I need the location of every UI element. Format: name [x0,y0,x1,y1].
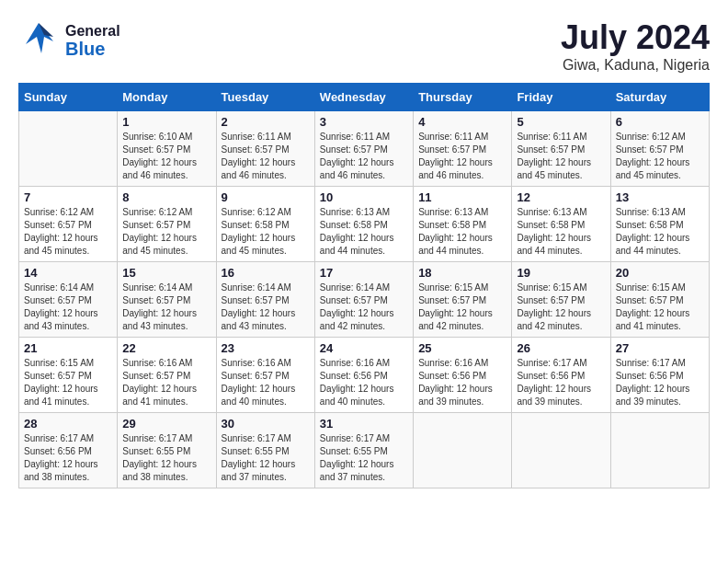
weekday-header-monday: Monday [118,84,216,111]
calendar-cell: 30Sunrise: 6:17 AMSunset: 6:55 PMDayligh… [216,413,314,488]
weekday-header-friday: Friday [512,84,610,111]
calendar-cell [19,111,118,187]
calendar-cell: 8Sunrise: 6:12 AMSunset: 6:57 PMDaylight… [118,187,216,262]
title-block: July 2024 Giwa, Kaduna, Nigeria [561,18,710,74]
day-info: Sunrise: 6:16 AMSunset: 6:56 PMDaylight:… [320,357,408,408]
day-info: Sunrise: 6:15 AMSunset: 6:57 PMDaylight:… [24,357,112,408]
day-info: Sunrise: 6:17 AMSunset: 6:55 PMDaylight:… [122,432,210,484]
calendar-week-row: 7Sunrise: 6:12 AMSunset: 6:57 PMDaylight… [19,187,710,262]
calendar-cell: 27Sunrise: 6:17 AMSunset: 6:56 PMDayligh… [610,338,709,413]
day-number: 2 [222,115,310,129]
calendar-cell: 14Sunrise: 6:14 AMSunset: 6:57 PMDayligh… [19,262,118,338]
day-number: 25 [418,341,506,355]
calendar-cell: 13Sunrise: 6:13 AMSunset: 6:58 PMDayligh… [610,187,709,262]
calendar-week-row: 1Sunrise: 6:10 AMSunset: 6:57 PMDaylight… [19,111,710,187]
day-number: 15 [122,266,210,280]
day-number: 12 [517,190,605,204]
day-info: Sunrise: 6:16 AMSunset: 6:57 PMDaylight:… [122,357,210,408]
calendar-title: July 2024 [561,18,710,57]
calendar-cell: 20Sunrise: 6:15 AMSunset: 6:57 PMDayligh… [610,262,709,338]
calendar-cell: 19Sunrise: 6:15 AMSunset: 6:57 PMDayligh… [512,262,610,338]
day-info: Sunrise: 6:12 AMSunset: 6:57 PMDaylight:… [616,131,704,182]
weekday-header-row: SundayMondayTuesdayWednesdayThursdayFrid… [19,84,710,111]
calendar-week-row: 28Sunrise: 6:17 AMSunset: 6:56 PMDayligh… [19,413,710,488]
weekday-header-tuesday: Tuesday [216,84,314,111]
day-info: Sunrise: 6:15 AMSunset: 6:57 PMDaylight:… [517,282,605,333]
day-number: 14 [24,266,112,280]
calendar-cell: 7Sunrise: 6:12 AMSunset: 6:57 PMDaylight… [19,187,118,262]
day-number: 16 [222,266,310,280]
calendar-cell: 29Sunrise: 6:17 AMSunset: 6:55 PMDayligh… [118,413,216,488]
calendar-cell: 28Sunrise: 6:17 AMSunset: 6:56 PMDayligh… [19,413,118,488]
calendar-cell [610,413,709,488]
calendar-cell [414,413,512,488]
day-info: Sunrise: 6:13 AMSunset: 6:58 PMDaylight:… [320,206,408,258]
day-info: Sunrise: 6:14 AMSunset: 6:57 PMDaylight:… [122,282,210,333]
day-number: 4 [418,115,506,129]
day-number: 1 [122,115,210,129]
day-info: Sunrise: 6:13 AMSunset: 6:58 PMDaylight:… [517,206,605,258]
weekday-header-thursday: Thursday [414,84,512,111]
day-info: Sunrise: 6:17 AMSunset: 6:55 PMDaylight:… [320,432,408,484]
page-header: General Blue July 2024 Giwa, Kaduna, Nig… [18,18,710,74]
day-info: Sunrise: 6:16 AMSunset: 6:56 PMDaylight:… [418,357,506,408]
day-info: Sunrise: 6:11 AMSunset: 6:57 PMDaylight:… [517,131,605,182]
calendar-cell: 4Sunrise: 6:11 AMSunset: 6:57 PMDaylight… [414,111,512,187]
day-info: Sunrise: 6:17 AMSunset: 6:56 PMDaylight:… [517,357,605,408]
calendar-cell: 10Sunrise: 6:13 AMSunset: 6:58 PMDayligh… [314,187,413,262]
day-info: Sunrise: 6:11 AMSunset: 6:57 PMDaylight:… [418,131,506,182]
calendar-cell: 6Sunrise: 6:12 AMSunset: 6:57 PMDaylight… [610,111,709,187]
calendar-cell: 18Sunrise: 6:15 AMSunset: 6:57 PMDayligh… [414,262,512,338]
day-number: 13 [616,190,704,204]
weekday-header-saturday: Saturday [610,84,709,111]
day-info: Sunrise: 6:15 AMSunset: 6:57 PMDaylight:… [418,282,506,333]
calendar-cell: 2Sunrise: 6:11 AMSunset: 6:57 PMDaylight… [216,111,314,187]
svg-marker-0 [26,23,53,53]
day-info: Sunrise: 6:17 AMSunset: 6:56 PMDaylight:… [616,357,704,408]
calendar-subtitle: Giwa, Kaduna, Nigeria [561,57,710,74]
day-number: 23 [222,341,310,355]
logo: General Blue [18,18,120,63]
day-info: Sunrise: 6:16 AMSunset: 6:57 PMDaylight:… [222,357,310,408]
calendar-cell: 9Sunrise: 6:12 AMSunset: 6:58 PMDaylight… [216,187,314,262]
day-number: 19 [517,266,605,280]
calendar-cell: 16Sunrise: 6:14 AMSunset: 6:57 PMDayligh… [216,262,314,338]
day-number: 29 [122,417,210,431]
day-info: Sunrise: 6:13 AMSunset: 6:58 PMDaylight:… [616,206,704,258]
calendar-cell: 17Sunrise: 6:14 AMSunset: 6:57 PMDayligh… [314,262,413,338]
calendar-cell: 24Sunrise: 6:16 AMSunset: 6:56 PMDayligh… [314,338,413,413]
day-number: 8 [122,190,210,204]
logo-general-text: General [65,23,120,40]
day-number: 31 [320,417,408,431]
calendar-cell: 11Sunrise: 6:13 AMSunset: 6:58 PMDayligh… [414,187,512,262]
day-number: 28 [24,417,112,431]
day-number: 20 [616,266,704,280]
calendar-week-row: 21Sunrise: 6:15 AMSunset: 6:57 PMDayligh… [19,338,710,413]
calendar-cell: 31Sunrise: 6:17 AMSunset: 6:55 PMDayligh… [314,413,413,488]
calendar-cell: 3Sunrise: 6:11 AMSunset: 6:57 PMDaylight… [314,111,413,187]
day-info: Sunrise: 6:15 AMSunset: 6:57 PMDaylight:… [616,282,704,333]
day-number: 3 [320,115,408,129]
day-number: 10 [320,190,408,204]
calendar-cell: 21Sunrise: 6:15 AMSunset: 6:57 PMDayligh… [19,338,118,413]
day-info: Sunrise: 6:10 AMSunset: 6:57 PMDaylight:… [122,131,210,182]
calendar-table: SundayMondayTuesdayWednesdayThursdayFrid… [18,83,710,488]
day-info: Sunrise: 6:11 AMSunset: 6:57 PMDaylight:… [222,131,310,182]
day-number: 9 [222,190,310,204]
day-info: Sunrise: 6:12 AMSunset: 6:58 PMDaylight:… [222,206,310,258]
calendar-cell: 23Sunrise: 6:16 AMSunset: 6:57 PMDayligh… [216,338,314,413]
calendar-cell: 5Sunrise: 6:11 AMSunset: 6:57 PMDaylight… [512,111,610,187]
day-number: 18 [418,266,506,280]
day-number: 6 [616,115,704,129]
day-number: 5 [517,115,605,129]
day-number: 26 [517,341,605,355]
day-info: Sunrise: 6:13 AMSunset: 6:58 PMDaylight:… [418,206,506,258]
day-number: 22 [122,341,210,355]
day-info: Sunrise: 6:14 AMSunset: 6:57 PMDaylight:… [222,282,310,333]
calendar-week-row: 14Sunrise: 6:14 AMSunset: 6:57 PMDayligh… [19,262,710,338]
calendar-cell: 25Sunrise: 6:16 AMSunset: 6:56 PMDayligh… [414,338,512,413]
calendar-cell: 12Sunrise: 6:13 AMSunset: 6:58 PMDayligh… [512,187,610,262]
calendar-cell: 1Sunrise: 6:10 AMSunset: 6:57 PMDaylight… [118,111,216,187]
day-info: Sunrise: 6:17 AMSunset: 6:56 PMDaylight:… [24,432,112,484]
logo-text: General Blue [65,23,120,60]
